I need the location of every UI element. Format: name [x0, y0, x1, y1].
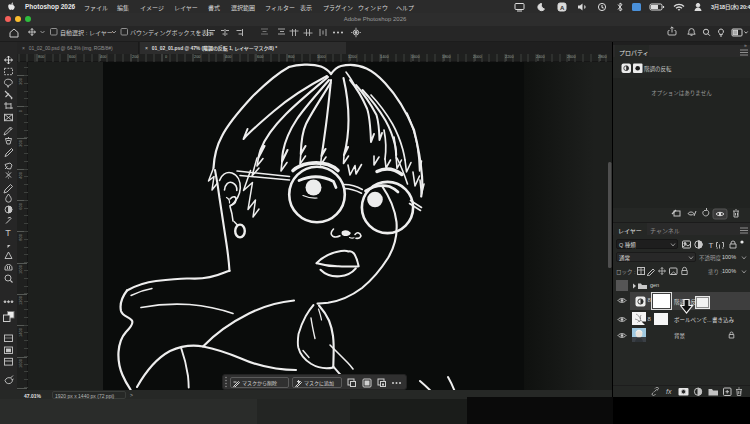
svg-text:A: A — [560, 5, 565, 11]
svg-text:fx: fx — [666, 388, 672, 395]
svg-text:T: T — [709, 241, 714, 250]
svg-text:バウンディングボックスを表示: バウンディングボックスを表示 — [130, 29, 213, 37]
svg-text:自動選択 :: 自動選択 : — [60, 29, 88, 37]
svg-text:レイヤー: レイヤー — [89, 30, 113, 36]
svg-text:T: T — [5, 228, 11, 238]
